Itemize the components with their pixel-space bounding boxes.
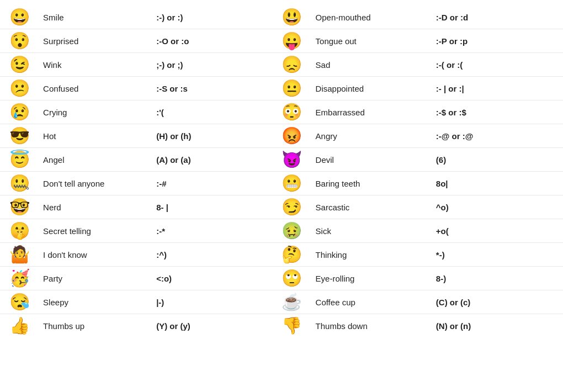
- table-row: 😯Surprised:-O or :o😛Tongue out:-P or :p: [0, 29, 563, 53]
- emoji-icon-right: ☕: [272, 290, 311, 314]
- emoji-name-left: Don't tell anyone: [39, 172, 152, 195]
- table-row: 😢Crying:'(😳Embarrassed:-$ or :$: [0, 100, 563, 124]
- emoji-code-right: ^o): [432, 195, 563, 219]
- table-row: 😎Hot(H) or (h)😡Angry:-@ or :@: [0, 124, 563, 148]
- emoji-reference-table: 😀Smile:-) or :)😃Open-mouthed:-D or :d😯Su…: [0, 6, 563, 337]
- emoji-name-left: Confused: [39, 77, 152, 100]
- emoji-icon-left: 👍: [0, 314, 39, 338]
- table-row: 🤷I don't know:^)🤔Thinking*-): [0, 243, 563, 267]
- emoji-code-left: :-O or :o: [152, 29, 272, 53]
- emoji-name-left: Surprised: [39, 29, 152, 53]
- emoji-name-left: Nerd: [39, 195, 152, 219]
- emoji-code-left: 8- |: [152, 195, 272, 219]
- emoji-code-left: :-#: [152, 172, 272, 195]
- emoji-code-left: :'(: [152, 100, 272, 124]
- table-row: 🤫Secret telling:-*🤢Sick+o(: [0, 219, 563, 243]
- emoji-name-left: Wink: [39, 53, 152, 77]
- emoji-name-left: Smile: [39, 6, 152, 29]
- emoji-code-left: (Y) or (y): [152, 314, 272, 338]
- emoji-code-right: :-$ or :$: [432, 100, 563, 124]
- emoji-name-left: Angel: [39, 148, 152, 172]
- emoji-name-right: Eye-rolling: [311, 267, 432, 290]
- emoji-name-right: Thumbs down: [311, 314, 432, 338]
- emoji-code-left: <:o): [152, 267, 272, 290]
- emoji-icon-right: 😈: [272, 148, 311, 172]
- emoji-code-left: |-): [152, 290, 272, 314]
- emoji-name-left: Secret telling: [39, 219, 152, 243]
- emoji-name-right: Sarcastic: [311, 195, 432, 219]
- emoji-icon-left: 😯: [0, 29, 39, 53]
- emoji-icon-left: 🤐: [0, 172, 39, 195]
- emoji-code-left: :-S or :s: [152, 77, 272, 100]
- emoji-code-left: (H) or (h): [152, 124, 272, 148]
- emoji-code-right: (C) or (c): [432, 290, 563, 314]
- table-row: 👍Thumbs up(Y) or (y)👎Thumbs down(N) or (…: [0, 314, 563, 338]
- table-row: 🤓Nerd8- |😏Sarcastic^o): [0, 195, 563, 219]
- emoji-icon-left: 🤷: [0, 243, 39, 267]
- emoji-name-right: Disappointed: [311, 77, 432, 100]
- emoji-icon-right: 😬: [272, 172, 311, 195]
- emoji-icon-left: 😉: [0, 53, 39, 77]
- table-row: 🥳Party<:o)🙄Eye-rolling8-): [0, 267, 563, 290]
- table-row: 😉Wink;-) or ;)😞Sad:-( or :(: [0, 53, 563, 77]
- emoji-icon-right: 😞: [272, 53, 311, 77]
- emoji-icon-right: 🤔: [272, 243, 311, 267]
- emoji-name-left: I don't know: [39, 243, 152, 267]
- emoji-code-right: *-): [432, 243, 563, 267]
- emoji-icon-right: 😏: [272, 195, 311, 219]
- emoji-icon-left: 😀: [0, 6, 39, 29]
- emoji-name-left: Party: [39, 267, 152, 290]
- emoji-icon-right: 🙄: [272, 267, 311, 290]
- emoji-code-left: :^): [152, 243, 272, 267]
- emoji-name-right: Sad: [311, 53, 432, 77]
- emoji-code-right: :- | or :|: [432, 77, 563, 100]
- emoji-code-right: (N) or (n): [432, 314, 563, 338]
- emoji-icon-left: 😪: [0, 290, 39, 314]
- emoji-icon-left: 😕: [0, 77, 39, 100]
- emoji-icon-left: 😢: [0, 100, 39, 124]
- emoji-name-left: Hot: [39, 124, 152, 148]
- emoji-icon-right: 👎: [272, 314, 311, 338]
- emoji-name-right: Open-mouthed: [311, 6, 432, 29]
- emoji-code-right: 8-): [432, 267, 563, 290]
- emoji-icon-right: 😳: [272, 100, 311, 124]
- table-row: 😀Smile:-) or :)😃Open-mouthed:-D or :d: [0, 6, 563, 29]
- emoji-icon-left: 🤫: [0, 219, 39, 243]
- emoji-code-left: ;-) or ;): [152, 53, 272, 77]
- table-row: 🤐Don't tell anyone:-#😬Baring teeth8o|: [0, 172, 563, 195]
- emoji-icon-right: 😃: [272, 6, 311, 29]
- emoji-name-right: Thinking: [311, 243, 432, 267]
- emoji-name-right: Devil: [311, 148, 432, 172]
- emoji-code-right: :-D or :d: [432, 6, 563, 29]
- table-row: 😇Angel(A) or (a)😈Devil(6): [0, 148, 563, 172]
- emoji-code-right: :-( or :(: [432, 53, 563, 77]
- emoji-code-left: :-*: [152, 219, 272, 243]
- emoji-name-right: Tongue out: [311, 29, 432, 53]
- emoji-name-right: Sick: [311, 219, 432, 243]
- emoji-code-left: :-) or :): [152, 6, 272, 29]
- emoji-icon-right: 😐: [272, 77, 311, 100]
- emoji-code-right: 8o|: [432, 172, 563, 195]
- emoji-icon-left: 😎: [0, 124, 39, 148]
- emoji-name-left: Thumbs up: [39, 314, 152, 338]
- emoji-code-right: +o(: [432, 219, 563, 243]
- emoji-name-right: Coffee cup: [311, 290, 432, 314]
- emoji-icon-right: 🤢: [272, 219, 311, 243]
- emoji-name-right: Baring teeth: [311, 172, 432, 195]
- table-row: 😕Confused:-S or :s😐Disappointed:- | or :…: [0, 77, 563, 100]
- emoji-name-right: Embarrassed: [311, 100, 432, 124]
- emoji-icon-left: 🤓: [0, 195, 39, 219]
- table-row: 😪Sleepy|-)☕Coffee cup(C) or (c): [0, 290, 563, 314]
- emoji-icon-right: 😛: [272, 29, 311, 53]
- emoji-icon-left: 😇: [0, 148, 39, 172]
- emoji-icon-left: 🥳: [0, 267, 39, 290]
- emoji-icon-right: 😡: [272, 124, 311, 148]
- emoji-code-right: :-P or :p: [432, 29, 563, 53]
- emoji-code-right: :-@ or :@: [432, 124, 563, 148]
- emoji-code-right: (6): [432, 148, 563, 172]
- emoji-name-left: Crying: [39, 100, 152, 124]
- emoji-code-left: (A) or (a): [152, 148, 272, 172]
- emoji-name-right: Angry: [311, 124, 432, 148]
- emoji-name-left: Sleepy: [39, 290, 152, 314]
